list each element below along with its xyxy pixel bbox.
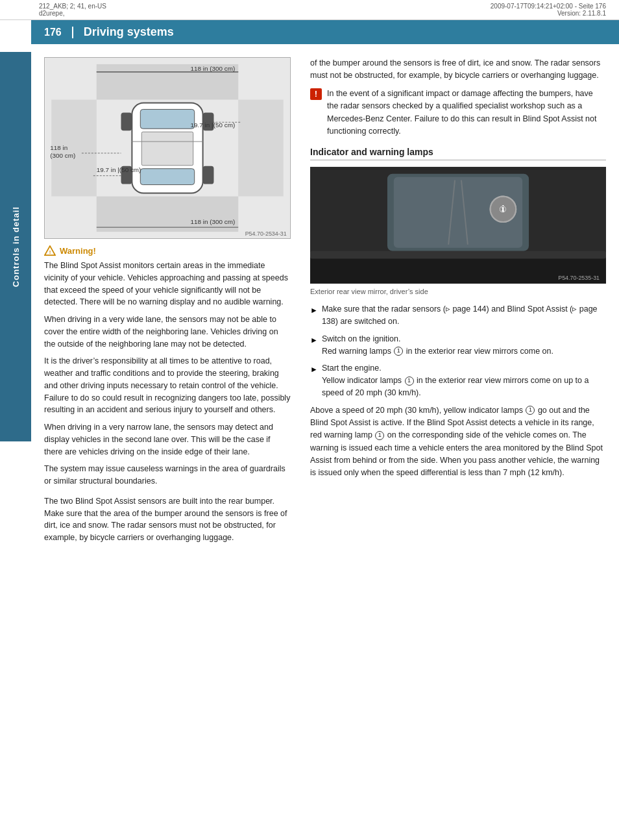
top-meta: 212_AKB; 2; 41, en-US d2urepe, 2009-07-1… xyxy=(0,0,619,20)
svg-text:①: ① xyxy=(499,204,507,214)
circle-num-4: 1 xyxy=(375,431,384,440)
bullet-text-2: Switch on the ignition.Red warning lamps… xyxy=(322,333,553,358)
circle-num-1: 1 xyxy=(394,347,403,356)
svg-rect-13 xyxy=(203,166,214,184)
warning-para-1: The Blind Spot Assist monitors certain a… xyxy=(44,260,291,308)
meta-left: 212_AKB; 2; 41, en-US d2urepe, xyxy=(39,3,106,17)
car-diagram: 118 in (300 cm) 19.7 in |(50 cm) 118 in … xyxy=(44,57,291,239)
page-number: 176 xyxy=(44,27,73,38)
important-note: ! In the event of a significant impact o… xyxy=(310,88,606,138)
svg-rect-32 xyxy=(310,251,606,259)
bumper-text: of the bumper around the sensors is free… xyxy=(310,57,606,82)
warning-text: The Blind Spot Assist monitors certain a… xyxy=(44,260,291,488)
svg-text:P54.70-2534-31: P54.70-2534-31 xyxy=(245,230,287,237)
warning-title: ! Warning! xyxy=(44,245,291,256)
warning-para-5: The system may issue causeless warnings … xyxy=(44,463,291,488)
svg-text:P54.70-2535-31: P54.70-2535-31 xyxy=(558,275,600,282)
bullet-arrow-1: ► xyxy=(310,304,318,316)
left-column: 118 in (300 cm) 19.7 in |(50 cm) 118 in … xyxy=(31,57,304,544)
important-icon: ! xyxy=(310,88,322,100)
svg-rect-4 xyxy=(238,100,284,197)
bumper-para: of the bumper around the sensors is free… xyxy=(310,57,606,82)
svg-rect-10 xyxy=(121,112,132,130)
mirror-caption: Exterior rear view mirror, driver’s side xyxy=(310,288,606,295)
mirror-image: i ① P54.70-2535-31 xyxy=(310,167,606,284)
warning-section: ! Warning! The Blind Spot Assist monitor… xyxy=(44,245,291,488)
indicator-title: Indicator and warning lamps xyxy=(310,147,606,160)
bullet-item-1: ► Make sure that the radar sensors (▹ pa… xyxy=(310,303,606,328)
two-col-note: The two Blind Spot Assist sensors are bu… xyxy=(44,495,291,544)
bullet-text-3: Start the engine.Yellow indicator lamps … xyxy=(322,362,606,399)
bullet-list: ► Make sure that the radar sensors (▹ pa… xyxy=(310,303,606,399)
warning-triangle-icon: ! xyxy=(44,245,56,256)
warning-label: Warning! xyxy=(60,246,96,256)
section-title: Driving systems xyxy=(84,25,174,39)
header-bar: 176 Driving systems xyxy=(31,20,619,44)
bullet-item-3: ► Start the engine.Yellow indicator lamp… xyxy=(310,362,606,399)
warning-para-2: When driving in a very wide lane, the se… xyxy=(44,314,291,350)
bullet-arrow-2: ► xyxy=(310,334,318,346)
circle-num-2: 1 xyxy=(405,377,414,386)
svg-text:(300 cm): (300 cm) xyxy=(50,152,75,159)
important-text: In the event of a significant impact or … xyxy=(327,88,606,138)
sidebar-text: Controls in detail xyxy=(11,206,21,287)
svg-text:19.7 in  |(50 cm): 19.7 in |(50 cm) xyxy=(97,166,141,173)
main-content: 118 in (300 cm) 19.7 in |(50 cm) 118 in … xyxy=(31,44,619,557)
bullet-arrow-3: ► xyxy=(310,364,318,375)
svg-text:118 in (300 cm): 118 in (300 cm) xyxy=(190,65,235,72)
svg-text:19.7 in  |(50 cm): 19.7 in |(50 cm) xyxy=(191,121,236,129)
svg-rect-6 xyxy=(140,109,194,129)
svg-rect-2 xyxy=(97,196,238,232)
circle-num-3: 1 xyxy=(526,406,535,415)
svg-rect-8 xyxy=(141,132,193,166)
right-column: of the bumper around the sensors is free… xyxy=(304,57,619,544)
svg-rect-7 xyxy=(140,169,194,185)
warning-para-4: When driving in a very narrow lane, the … xyxy=(44,421,291,458)
bullet-item-2: ► Switch on the ignition.Red warning lam… xyxy=(310,333,606,358)
indicator-body: Above a speed of 20 mph (30 km/h), yello… xyxy=(310,404,606,480)
svg-text:118 in (300 cm): 118 in (300 cm) xyxy=(190,218,235,225)
svg-text:!: ! xyxy=(49,249,51,255)
meta-right: 2009-07-17T09:14:21+02:00 - Seite 176 Ve… xyxy=(491,3,606,17)
indicator-section: Indicator and warning lamps xyxy=(310,147,606,480)
sidebar-label: Controls in detail xyxy=(0,52,31,441)
warning-para-3: It is the driver’s responsibility at all… xyxy=(44,355,291,416)
bullet-text-1: Make sure that the radar sensors (▹ page… xyxy=(322,303,606,328)
svg-text:118 in: 118 in xyxy=(50,144,67,151)
